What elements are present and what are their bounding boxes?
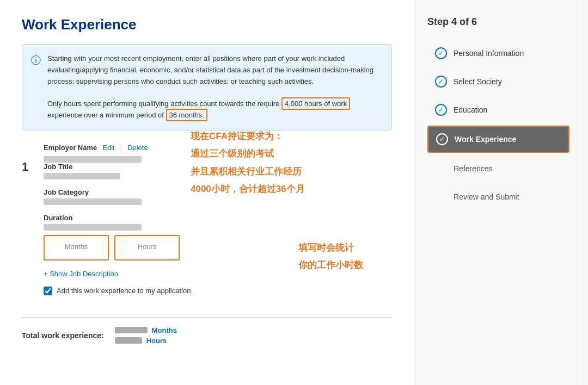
total-hours-unit: Hours xyxy=(146,337,167,345)
education-check-icon: ✓ xyxy=(435,104,447,116)
total-months-bar xyxy=(115,327,148,333)
show-job-container: + Show Job Description xyxy=(44,269,392,278)
step-title: Step 4 of 6 xyxy=(427,16,569,28)
total-values: Months Hours xyxy=(115,326,177,345)
entry-number: 1 xyxy=(22,144,33,306)
employer-name-value xyxy=(44,156,142,163)
delete-link[interactable]: Delete xyxy=(127,144,148,152)
separator: | xyxy=(120,144,122,152)
months-box: Months xyxy=(44,235,109,260)
review-submit-label: Review and Submit xyxy=(454,192,519,201)
total-months-row: Months xyxy=(115,326,177,334)
edit-link[interactable]: Edit xyxy=(102,144,114,152)
employer-form: Employer Name Edit | Delete Job Title Jo… xyxy=(44,144,392,306)
info-icon: ⓘ xyxy=(31,54,41,121)
highlight-months: 36 months. xyxy=(166,109,207,121)
job-title-field: Job Title xyxy=(44,163,392,179)
info-paragraph-1: Starting with your most recent employmen… xyxy=(47,54,373,85)
select-society-check-icon: ✓ xyxy=(435,76,447,88)
job-title-label: Job Title xyxy=(44,163,392,171)
total-section: Total work experience: Months Hours xyxy=(22,317,392,345)
duration-section: Duration Months Hours xyxy=(44,214,392,260)
sidebar: Step 4 of 6 ✓ Personal Information ✓ Sel… xyxy=(414,0,583,385)
hours-box: Hours xyxy=(114,235,180,260)
employer-entry: 1 Employer Name Edit | Delete Job Title xyxy=(22,144,392,306)
add-experience-checkbox[interactable] xyxy=(44,287,52,295)
sidebar-item-education[interactable]: ✓ Education xyxy=(427,97,569,122)
review-submit-icon xyxy=(435,191,447,203)
job-category-value xyxy=(44,198,142,205)
employer-name-label: Employer Name xyxy=(44,144,97,152)
work-experience-label: Work Experience xyxy=(455,135,516,144)
info-paragraph-2a: Only hours spent performing qualifying a… xyxy=(47,100,279,108)
show-job-link[interactable]: + Show Job Description xyxy=(44,270,118,278)
duration-boxes: Months Hours xyxy=(44,235,392,260)
duration-bar xyxy=(44,224,142,231)
duration-label: Duration xyxy=(44,214,392,222)
education-label: Education xyxy=(454,105,487,114)
references-icon xyxy=(435,163,447,175)
job-category-field: Job Category xyxy=(44,188,392,205)
job-category-label: Job Category xyxy=(44,188,392,196)
personal-info-label: Personal Information xyxy=(454,49,524,58)
sidebar-item-personal-info[interactable]: ✓ Personal Information xyxy=(427,41,569,66)
total-hours-row: Hours xyxy=(115,337,177,345)
hours-label: Hours xyxy=(126,243,168,251)
job-title-value xyxy=(44,173,120,179)
add-experience-label: Add this work experience to my applicati… xyxy=(57,287,193,295)
employer-header: Employer Name Edit | Delete xyxy=(44,144,392,152)
highlight-hours: 4,000 hours of work xyxy=(281,97,350,110)
info-paragraph-2c: experience over a minimum period of xyxy=(47,111,164,119)
personal-info-check-icon: ✓ xyxy=(435,47,447,59)
sidebar-item-select-society[interactable]: ✓ Select Society xyxy=(427,69,569,94)
total-label: Total work experience: xyxy=(22,331,104,340)
total-months-unit: Months xyxy=(152,326,177,334)
months-label: Months xyxy=(56,243,97,251)
add-experience-checkbox-section: Add this work experience to my applicati… xyxy=(44,287,392,295)
sidebar-item-work-experience[interactable]: ✓ Work Experience xyxy=(427,126,569,153)
info-box: ⓘ Starting with your most recent employm… xyxy=(22,44,392,131)
total-hours-bar xyxy=(115,337,142,344)
sidebar-item-references[interactable]: References xyxy=(427,156,569,181)
page-title: Work Experience xyxy=(22,16,392,33)
info-text-block: Starting with your most recent employmen… xyxy=(47,53,383,121)
select-society-label: Select Society xyxy=(454,77,502,86)
work-experience-check-icon: ✓ xyxy=(436,133,448,145)
references-label: References xyxy=(454,164,493,173)
sidebar-item-review-submit[interactable]: Review and Submit xyxy=(427,184,569,209)
